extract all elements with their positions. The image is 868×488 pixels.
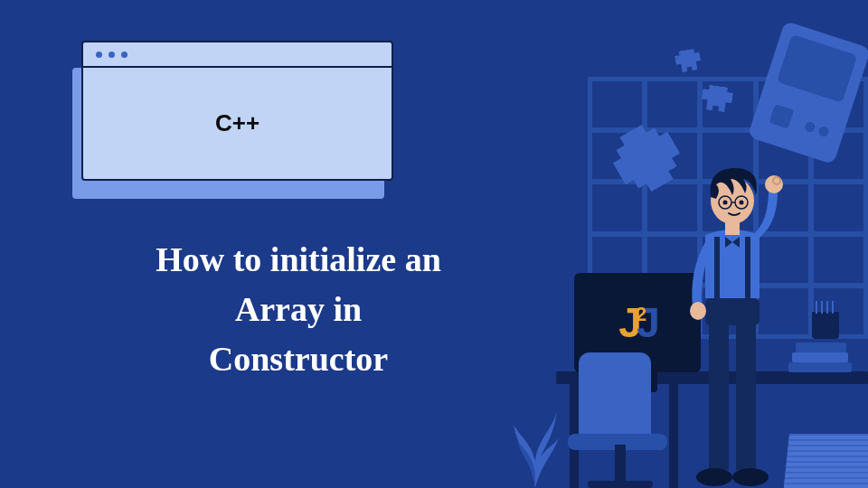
logo-number: 2 — [636, 303, 643, 325]
svg-point-13 — [740, 201, 744, 205]
card-titlebar — [83, 42, 392, 68]
svg-point-5 — [690, 302, 706, 320]
invader-icon — [674, 48, 703, 73]
language-card: C++ — [81, 41, 393, 181]
illustration: J2J — [506, 0, 868, 488]
pencil-cup-icon — [812, 312, 839, 339]
window-dot-icon — [108, 52, 115, 58]
svg-rect-8 — [714, 237, 720, 300]
svg-point-3 — [732, 468, 769, 486]
title-line: How to initialize an — [90, 235, 506, 285]
window-dot-icon — [96, 52, 102, 58]
person-icon — [662, 117, 797, 488]
title-line: Constructor — [90, 334, 506, 384]
chair-base-icon — [588, 481, 653, 488]
svg-rect-9 — [745, 237, 750, 300]
svg-rect-4 — [705, 298, 760, 325]
language-label: C++ — [215, 109, 259, 137]
svg-point-2 — [696, 468, 732, 486]
plant-icon — [508, 375, 562, 488]
svg-point-12 — [723, 201, 728, 205]
books-icon — [788, 338, 852, 372]
svg-rect-1 — [736, 316, 756, 470]
article-title: How to initialize an Array in Constructo… — [90, 235, 506, 384]
title-line: Array in — [90, 285, 506, 334]
svg-rect-0 — [709, 316, 729, 470]
j2j-logo: J2J — [618, 298, 656, 347]
card-body: C++ — [83, 68, 392, 179]
window-dot-icon — [121, 52, 127, 58]
